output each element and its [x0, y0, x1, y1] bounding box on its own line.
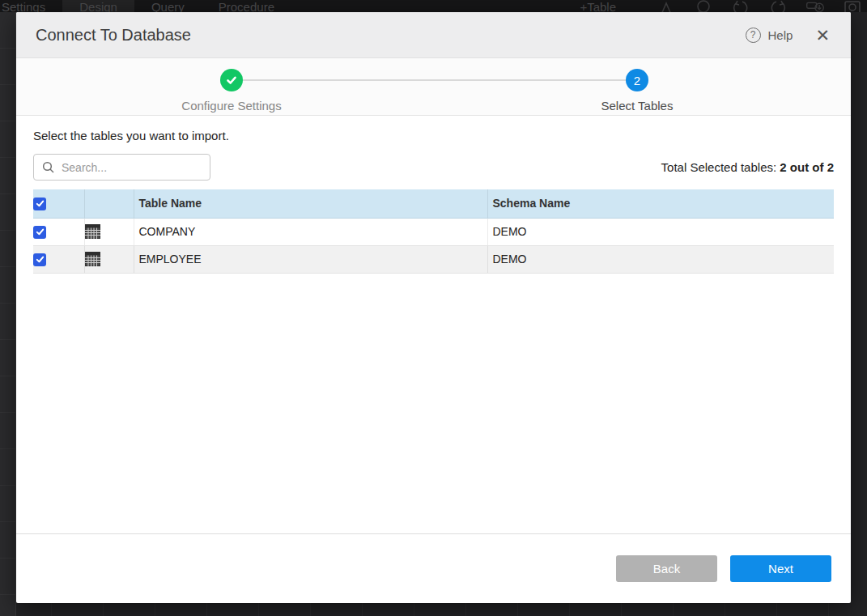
step-complete-icon — [220, 69, 243, 91]
header-schema-name: Schema Name — [487, 189, 834, 218]
back-button[interactable]: Back — [616, 555, 717, 582]
schema-name-cell: DEMO — [487, 218, 834, 245]
help-label: Help — [768, 28, 793, 42]
add-table-button[interactable]: +Table — [580, 0, 616, 12]
tables-list: Table Name Schema Name COMPANY DEMO — [33, 189, 834, 274]
search-icon[interactable] — [694, 0, 713, 12]
help-button[interactable]: ? Help — [746, 28, 793, 43]
search-input[interactable] — [62, 161, 202, 174]
cursor-icon[interactable] — [657, 0, 676, 12]
table-grid-icon — [85, 252, 100, 266]
help-icon: ? — [746, 28, 761, 43]
search-icon — [42, 161, 54, 173]
instruction-text: Select the tables you want to import. — [33, 129, 834, 142]
row-checkbox[interactable] — [33, 253, 46, 266]
table-grid-icon — [85, 224, 100, 239]
close-icon[interactable]: ✕ — [814, 25, 831, 45]
next-button[interactable]: Next — [730, 555, 831, 582]
search-box[interactable] — [33, 154, 210, 181]
app-toolbar: Settings Design Query Procedure +Table — [0, 0, 867, 12]
tab-settings[interactable]: Settings — [0, 0, 62, 12]
header-checkbox-cell — [33, 189, 84, 218]
schema-name-cell: DEMO — [487, 245, 834, 273]
step-select-tables[interactable]: 2 Select Tables — [556, 69, 718, 113]
summary-count: 2 out of 2 — [780, 160, 834, 174]
row-icon-cell — [84, 245, 134, 273]
redo-icon[interactable] — [768, 0, 788, 12]
dialog-body: Select the tables you want to import. To… — [16, 116, 851, 533]
camera-icon[interactable] — [843, 0, 862, 12]
dialog-footer: Back Next — [16, 533, 851, 603]
select-all-checkbox[interactable] — [33, 198, 46, 210]
table-header-row: Table Name Schema Name — [33, 189, 834, 218]
wizard-stepper: Configure Settings 2 Select Tables — [16, 58, 851, 116]
step-configure-settings[interactable]: Configure Settings — [151, 69, 312, 113]
table-row[interactable]: EMPLOYEE DEMO — [33, 245, 834, 273]
undo-icon[interactable] — [731, 0, 750, 12]
step-label: Select Tables — [556, 99, 718, 113]
download-icon[interactable] — [805, 0, 825, 12]
row-checkbox[interactable] — [33, 226, 46, 239]
connect-to-database-dialog: Connect To Database ? Help ✕ Configure S… — [16, 12, 851, 603]
table-name-cell: EMPLOYEE — [134, 245, 487, 273]
summary-prefix: Total Selected tables: — [661, 160, 780, 174]
tab-design[interactable]: Design — [62, 0, 134, 12]
table-row[interactable]: COMPANY DEMO — [33, 218, 834, 245]
header-icon-cell — [84, 189, 134, 218]
dialog-header: Connect To Database ? Help ✕ — [16, 12, 851, 58]
row-icon-cell — [84, 218, 134, 245]
app-sidebar — [0, 12, 16, 616]
dialog-title: Connect To Database — [36, 26, 191, 45]
tab-procedure[interactable]: Procedure — [202, 0, 291, 12]
selected-tables-summary: Total Selected tables: 2 out of 2 — [661, 160, 834, 174]
row-checkbox-cell — [33, 245, 84, 273]
tab-query[interactable]: Query — [134, 0, 202, 12]
row-checkbox-cell — [33, 218, 84, 245]
step-number-badge: 2 — [626, 69, 648, 91]
step-label: Configure Settings — [151, 99, 312, 113]
header-table-name: Table Name — [134, 189, 487, 218]
table-name-cell: COMPANY — [134, 218, 487, 245]
app-toolbar-tabs: Settings Design Query Procedure — [0, 0, 291, 12]
